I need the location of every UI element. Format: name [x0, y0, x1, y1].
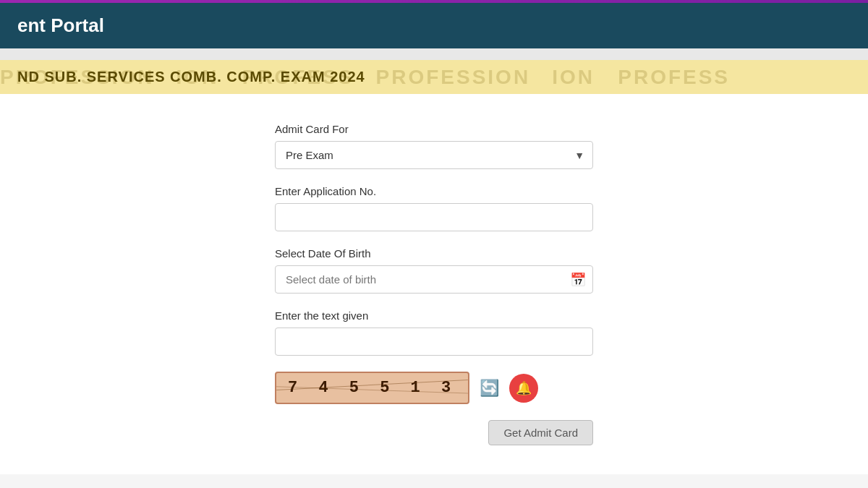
admit-card-label: Admit Card For [275, 123, 593, 135]
banner-text: ND SUB. SERVICES COMB. COMP. EXAM 2024 [17, 69, 365, 85]
watermark-3: PROFESSION [376, 66, 531, 89]
portal-title: ent Portal [17, 14, 104, 37]
dob-input-wrapper: 📅 [275, 265, 593, 294]
captcha-label: Enter the text given [275, 309, 593, 322]
form-container: Admit Card For Pre Exam Main Exam ▼ Ente… [260, 116, 608, 453]
sub-header-gap [0, 48, 868, 60]
captcha-row: 7 4 5 5 1 3 🔄 🔔 [275, 372, 593, 404]
audio-captcha-button[interactable]: 🔔 [509, 374, 538, 403]
watermark-4: ION PROFESS [552, 66, 730, 89]
audio-icon: 🔔 [516, 380, 532, 396]
application-no-input[interactable] [275, 203, 593, 231]
main-content: Admit Card For Pre Exam Main Exam ▼ Ente… [0, 94, 868, 474]
refresh-captcha-button[interactable]: 🔄 [477, 376, 502, 401]
exam-banner: PROFESSION ION PROFESS PROFESSION ION PR… [0, 60, 868, 94]
get-admit-card-button[interactable]: Get Admit Card [488, 420, 593, 445]
dob-input[interactable] [275, 265, 593, 294]
application-no-group: Enter Application No. [275, 185, 593, 231]
submit-row: Get Admit Card [275, 420, 593, 445]
admit-card-select-wrapper: Pre Exam Main Exam ▼ [275, 141, 593, 169]
captcha-label-group: Enter the text given [275, 309, 593, 356]
application-no-label: Enter Application No. [275, 185, 593, 197]
captcha-image: 7 4 5 5 1 3 [275, 372, 469, 404]
admit-card-select[interactable]: Pre Exam Main Exam [275, 141, 593, 169]
captcha-input[interactable] [275, 328, 593, 356]
dob-label: Select Date Of Birth [275, 247, 593, 260]
dob-group: Select Date Of Birth 📅 [275, 247, 593, 294]
header: ent Portal [0, 3, 868, 48]
admit-card-group: Admit Card For Pre Exam Main Exam ▼ [275, 123, 593, 169]
